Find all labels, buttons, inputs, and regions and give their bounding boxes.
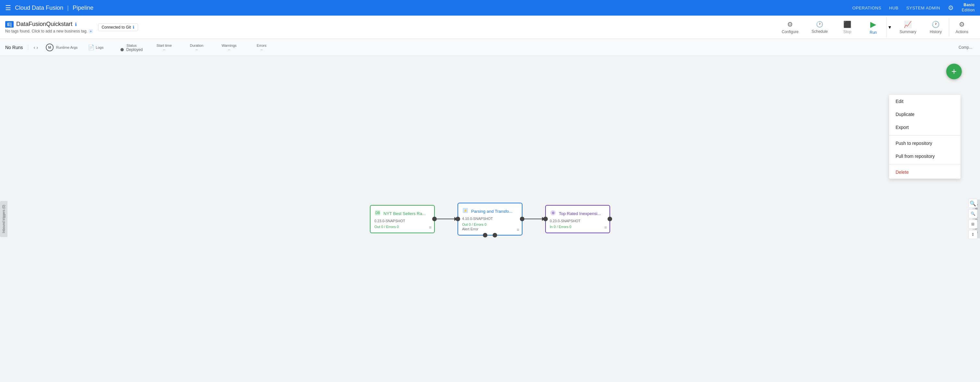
- pipeline-title-area: E| DataFusionQuickstart ℹ No tags found.…: [5, 21, 93, 33]
- history-label: History: [930, 30, 942, 34]
- prev-arrow[interactable]: ‹: [33, 45, 35, 50]
- nav-system-admin[interactable]: SYSTEM ADMIN: [906, 6, 940, 10]
- push-repo-menu-item[interactable]: Push to repository: [889, 137, 961, 150]
- transform-node-menu[interactable]: ≡: [517, 227, 519, 232]
- dropdown-divider-1: [889, 135, 961, 135]
- runtime-args-icon: M: [46, 43, 54, 51]
- transform-node-icon: ⚡: [462, 207, 469, 215]
- duration-header: Duration: [190, 43, 204, 48]
- run-dropdown[interactable]: ▾: [886, 17, 893, 37]
- pipeline-tags[interactable]: No tags found. Click to add a new busine…: [5, 29, 93, 33]
- menu-icon[interactable]: ☰: [5, 4, 11, 12]
- no-runs-label: No Runs: [5, 45, 28, 50]
- schedule-button[interactable]: 🕐 Schedule: [805, 18, 834, 37]
- source-node[interactable]: DB NYT Best Sellers Ra... 0.23.0-SNAPSHO…: [370, 205, 435, 233]
- export-menu-item[interactable]: Export: [889, 121, 961, 134]
- connector-1: [435, 217, 458, 221]
- brand: Cloud Data Fusion | Pipeline: [15, 5, 94, 11]
- transform-right-connector: [520, 216, 524, 221]
- warnings-col: Warnings –: [213, 43, 245, 52]
- duration-value: –: [196, 48, 198, 52]
- edit-menu-item[interactable]: Edit: [889, 95, 961, 108]
- transform-node-name: Parsing and Transfo...: [471, 209, 512, 214]
- transform-node-header: ⚡ Parsing and Transfo...: [462, 207, 518, 215]
- history-button[interactable]: 🕐 History: [923, 18, 949, 37]
- svg-text:⚡: ⚡: [463, 209, 468, 213]
- sink-node-icon: ⚙: [550, 210, 556, 218]
- source-node-stats: Out 0 / Errors 0: [374, 225, 430, 229]
- transform-node-alerts: Alert Error: [462, 227, 518, 231]
- fab-add-button[interactable]: +: [946, 64, 962, 79]
- git-badge-label: Connected to Git: [102, 25, 131, 30]
- logs-col: 📄 Logs: [83, 44, 115, 50]
- status-col: Status Deployed: [115, 43, 148, 52]
- stop-label: Stop: [843, 30, 851, 34]
- start-time-value: –: [163, 48, 165, 52]
- fit-button[interactable]: ⊞: [968, 220, 977, 229]
- transform-node[interactable]: ⚡ Parsing and Transfo... 4.10.0-SNAPSHOT…: [458, 203, 522, 236]
- duplicate-menu-item[interactable]: Duplicate: [889, 108, 961, 121]
- summary-button[interactable]: 📈 Summary: [893, 18, 923, 37]
- tag-add-icon[interactable]: +: [89, 29, 92, 33]
- svg-text:DB: DB: [375, 211, 380, 215]
- zoom-controls: 🔍 🔍 ⊞ ⇕: [968, 199, 977, 239]
- app-type: Pipeline: [73, 5, 94, 11]
- zoom-in-button[interactable]: 🔍: [968, 199, 977, 208]
- runs-bar: No Runs ‹ › M Runtime Args 📄 Logs Status…: [0, 39, 980, 56]
- connector-line-2: [522, 219, 542, 219]
- status-header: Status: [127, 43, 137, 48]
- nav-arrows: ‹ ›: [33, 45, 38, 50]
- start-time-header: Start time: [156, 43, 172, 48]
- configure-button[interactable]: ⚙ Configure: [775, 18, 805, 37]
- summary-icon: 📈: [904, 21, 912, 28]
- next-arrow[interactable]: ›: [37, 45, 38, 50]
- git-badge[interactable]: Connected to Git ℹ: [98, 23, 138, 31]
- pull-repo-menu-item[interactable]: Pull from repository: [889, 150, 961, 163]
- warnings-value: –: [228, 48, 230, 52]
- stop-button[interactable]: ⬛ Stop: [834, 18, 860, 37]
- run-icon: ▶: [870, 20, 876, 29]
- scrollbar-toggle[interactable]: ⇕: [968, 230, 977, 239]
- nav-operations[interactable]: OPERATIONS: [853, 6, 881, 10]
- schedule-icon: 🕐: [816, 21, 823, 28]
- pipeline-info-icon[interactable]: ℹ: [75, 22, 76, 27]
- actions-button[interactable]: ⚙ Actions: [949, 18, 975, 37]
- start-time-col: Start time –: [148, 43, 181, 52]
- run-button[interactable]: ▶ Run: [860, 17, 886, 37]
- actions-dropdown: Edit Duplicate Export Push to repository…: [889, 95, 961, 179]
- status-text: Deployed: [126, 48, 143, 52]
- transform-left-connector: [456, 216, 460, 221]
- warnings-header: Warnings: [222, 43, 237, 48]
- git-info-icon[interactable]: ℹ: [133, 25, 134, 30]
- summary-label: Summary: [899, 30, 916, 34]
- top-nav: ☰ Cloud Data Fusion | Pipeline OPERATION…: [0, 0, 980, 16]
- sink-node-name: Top Rated Inexpensi...: [559, 211, 601, 216]
- connector-line-1: [435, 219, 454, 219]
- source-node-icon: DB: [374, 210, 381, 218]
- sink-node-stats: In 0 / Errors 0: [550, 225, 606, 229]
- sink-node-menu[interactable]: ≡: [604, 225, 607, 230]
- pipe-separator: |: [67, 5, 69, 11]
- zoom-out-button[interactable]: 🔍: [968, 209, 977, 218]
- nav-hub[interactable]: HUB: [889, 6, 899, 10]
- source-node-menu[interactable]: ≡: [429, 225, 431, 230]
- completed-label: Comp...: [959, 45, 972, 50]
- sink-node-version: 0.23.0-SNAPSHOT: [550, 219, 606, 223]
- errors-col: Errors –: [245, 43, 278, 52]
- pipeline-name-row: E| DataFusionQuickstart ℹ: [5, 21, 93, 28]
- run-group: ▶ Run ▾: [860, 17, 893, 37]
- transform-bottom-ports: [483, 233, 497, 237]
- source-right-connector: [432, 216, 437, 221]
- toolbar-actions: ⚙ Configure 🕐 Schedule ⬛ Stop ▶ Run ▾ 📈 …: [775, 17, 975, 37]
- delete-menu-item[interactable]: Delete: [889, 166, 961, 179]
- edition-label: Basic Edition: [962, 3, 975, 13]
- nav-links: OPERATIONS HUB SYSTEM ADMIN ⚙ Basic Edit…: [853, 3, 975, 13]
- schedule-label: Schedule: [811, 29, 828, 34]
- sink-node-header: ⚙ Top Rated Inexpensi...: [550, 210, 606, 218]
- sink-right-connector: [608, 216, 612, 221]
- transform-port-1: [483, 233, 487, 237]
- settings-icon[interactable]: ⚙: [948, 4, 954, 12]
- status-dot: [121, 48, 124, 51]
- sink-left-connector: [543, 216, 548, 221]
- sink-node[interactable]: ⚙ Top Rated Inexpensi... 0.23.0-SNAPSHOT…: [545, 205, 610, 233]
